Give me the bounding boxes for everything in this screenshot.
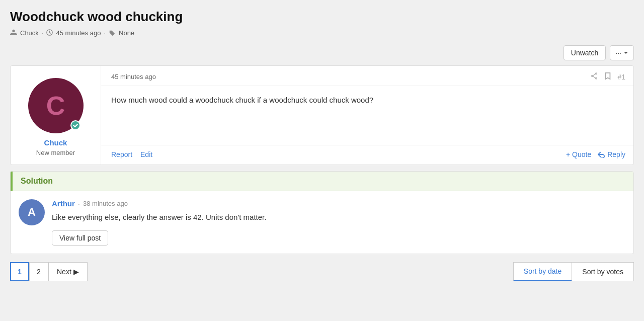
edit-link[interactable]: Edit xyxy=(140,150,152,158)
user-icon xyxy=(10,29,17,37)
author-avatar-col: C Chuck New member xyxy=(11,66,101,165)
meta-time: 45 minutes ago xyxy=(56,29,101,37)
page-1-button[interactable]: 1 xyxy=(10,262,29,281)
post-footer-right: + Quote Reply xyxy=(566,150,625,158)
post-header-icons: #1 xyxy=(590,72,625,82)
chevron-down-icon xyxy=(623,50,628,55)
share-icon[interactable] xyxy=(590,72,598,82)
post-body-col: 45 minutes ago #1 How much wood could a … xyxy=(101,66,633,165)
solution-meta: Arthur · 38 minutes ago xyxy=(52,199,625,208)
clock-icon xyxy=(46,29,53,37)
unwatch-button[interactable]: Unwatch xyxy=(564,45,606,60)
solution-avatar-initial: A xyxy=(28,206,36,219)
avatar-initial: C xyxy=(46,91,65,121)
post-meta: Chuck · 45 minutes ago · None xyxy=(10,29,634,37)
page-2-button[interactable]: 2 xyxy=(29,262,48,281)
online-badge xyxy=(70,120,80,130)
sort-buttons: Sort by date Sort by votes xyxy=(513,262,634,281)
solution-text: Like everything else, clearly the answer… xyxy=(52,212,625,223)
page-title: Woodchuck wood chucking xyxy=(10,9,634,25)
svg-line-4 xyxy=(593,74,596,75)
quote-button[interactable]: + Quote xyxy=(566,150,591,158)
post-footer: Report Edit + Quote Reply xyxy=(101,145,633,165)
solution-author-link[interactable]: Arthur xyxy=(52,199,75,208)
bookmark-icon[interactable] xyxy=(604,72,611,82)
post-timestamp: 45 minutes ago xyxy=(111,73,156,81)
sort-by-votes-button[interactable]: Sort by votes xyxy=(572,262,634,281)
svg-line-5 xyxy=(593,76,596,78)
author-role: New member xyxy=(36,149,75,156)
solution-section: Solution A Arthur · 38 minutes ago Like … xyxy=(10,171,634,254)
post-content: How much wood could a woodchuck chuck if… xyxy=(101,86,633,145)
report-link[interactable]: Report xyxy=(111,150,132,158)
reply-button[interactable]: Reply xyxy=(597,150,625,158)
solution-header: Solution xyxy=(11,172,633,191)
main-post-card: C Chuck New member 45 minutes ago xyxy=(10,65,634,165)
author-name-link[interactable]: Chuck xyxy=(44,138,67,147)
solution-body: A Arthur · 38 minutes ago Like everythin… xyxy=(11,191,633,254)
avatar: C xyxy=(28,78,84,133)
more-actions-button[interactable]: ··· xyxy=(610,45,634,60)
post-number: #1 xyxy=(617,73,625,81)
view-full-post-button[interactable]: View full post xyxy=(52,230,108,246)
post-header: 45 minutes ago #1 xyxy=(101,66,633,86)
solution-avatar: A xyxy=(19,199,45,225)
pagination-row: 1 2 Next ▶ Sort by date Sort by votes xyxy=(10,262,634,281)
reply-icon xyxy=(597,151,605,158)
solution-content: Arthur · 38 minutes ago Like everything … xyxy=(52,199,625,246)
pagination-left: 1 2 Next ▶ xyxy=(10,262,88,281)
solution-time: 38 minutes ago xyxy=(83,200,128,207)
meta-tag: None xyxy=(119,29,134,37)
tag-icon xyxy=(109,30,116,37)
post-actions-bar: Unwatch ··· xyxy=(10,45,634,60)
sort-by-date-button[interactable]: Sort by date xyxy=(513,262,572,281)
post-footer-left: Report Edit xyxy=(111,150,152,158)
next-page-button[interactable]: Next ▶ xyxy=(48,262,88,281)
meta-author: Chuck xyxy=(20,29,39,37)
